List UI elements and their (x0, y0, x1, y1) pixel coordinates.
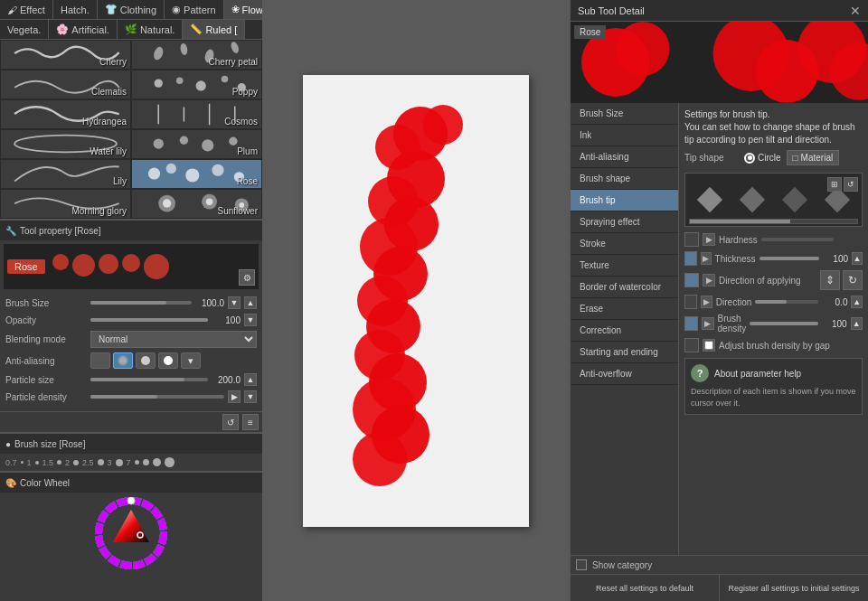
size-dot-8[interactable] (153, 458, 161, 466)
adjust-density-enable[interactable] (684, 338, 699, 352)
tip-material-icon: □ (793, 153, 798, 163)
direction-slider[interactable] (755, 300, 818, 304)
brush-waterlily[interactable]: Water lily (0, 129, 131, 159)
particle-size-step[interactable]: ▲ (244, 373, 257, 386)
particle-density-expand[interactable]: ▶ (228, 390, 241, 403)
tab-artificial[interactable]: 🌸 Artificial. (49, 20, 118, 39)
brush-density-step[interactable]: ▲ (851, 317, 863, 330)
dir-applying-expand[interactable]: ▶ (703, 274, 715, 286)
size-dot-1[interactable] (35, 461, 39, 465)
size-dot-4[interactable] (98, 459, 104, 465)
size-dot-3[interactable] (73, 460, 79, 465)
brush-density-enable[interactable] (684, 316, 698, 331)
nav-brush-shape[interactable]: Brush shape (571, 168, 678, 190)
shape-scrollbar[interactable] (689, 219, 858, 224)
aa-dropdown[interactable]: ▾ (181, 352, 201, 369)
nav-spraying-effect[interactable]: Spraying effect (571, 211, 678, 233)
brush-size-decrement[interactable]: ▼ (228, 296, 241, 309)
visual-icon-2[interactable]: ↺ (844, 177, 858, 192)
tab-clothing[interactable]: 👕 Clothing (98, 0, 165, 19)
brush-size-label: Brush Size (5, 298, 87, 308)
nav-brush-tip[interactable]: Brush tip (571, 190, 678, 211)
settings-reset-btn[interactable]: ↺ (222, 414, 239, 430)
aa-option-none[interactable] (90, 352, 110, 369)
blending-mode-select[interactable]: Normal (90, 331, 257, 348)
dir-applying-enable[interactable] (684, 273, 699, 287)
nav-anti-aliasing[interactable]: Anti-aliasing (571, 146, 678, 168)
nav-texture[interactable]: Texture (571, 255, 678, 277)
size-dot-9[interactable] (165, 457, 175, 467)
brush-plum[interactable]: Plum (131, 129, 262, 159)
tab-natural[interactable]: 🌿 Natural. (118, 20, 184, 39)
tab-hatch[interactable]: Hatch. (53, 0, 98, 19)
direction-btn-arrows[interactable]: ⇕ (820, 270, 840, 290)
tip-circle-option[interactable]: Circle (744, 153, 781, 164)
brush-sunflower[interactable]: Sunflower (131, 189, 262, 219)
aa-option-soft[interactable] (113, 352, 133, 369)
particle-density-step[interactable]: ▼ (244, 390, 257, 403)
brush-size-increment[interactable]: ▲ (244, 296, 257, 309)
nav-starting-ending[interactable]: Starting and ending (571, 342, 678, 363)
nav-anti-overflow[interactable]: Anti-overflow (571, 363, 678, 385)
reset-all-btn[interactable]: Reset all settings to default (571, 575, 720, 601)
nav-brush-size[interactable]: Brush Size (571, 103, 678, 125)
register-all-btn[interactable]: Register all settings to initial setting… (720, 575, 868, 601)
tab-effect[interactable]: 🖌 Effect (0, 0, 53, 19)
tip-material-btn[interactable]: □ Material (787, 150, 840, 165)
particle-size-slider[interactable] (90, 378, 208, 381)
size-dot-5[interactable] (116, 459, 123, 466)
brush-hydrangea[interactable]: Hydrangea (0, 99, 131, 129)
tool-action-btn[interactable]: ⚙ (239, 269, 255, 286)
aa-option-hard[interactable] (158, 352, 178, 369)
brush-lily[interactable]: Lily (0, 159, 131, 189)
thickness-slider[interactable] (760, 257, 819, 260)
canvas[interactable] (303, 75, 529, 527)
brush-density-expand[interactable]: ▶ (702, 317, 713, 330)
sub-tool-close-btn[interactable]: ✕ (850, 4, 861, 18)
settings-menu-btn[interactable]: ≡ (242, 414, 259, 430)
brush-size-slider[interactable] (90, 301, 192, 305)
brush-cosmos[interactable]: Cosmos (131, 99, 262, 129)
color-wheel-svg[interactable] (95, 497, 167, 569)
size-dot-2[interactable] (57, 460, 61, 465)
tab-vegeta[interactable]: Vegeta. (0, 20, 49, 39)
direction-expand[interactable]: ▶ (701, 296, 712, 308)
size-dot-7[interactable] (143, 459, 149, 465)
nav-ink[interactable]: Ink (571, 125, 678, 146)
adjust-density-check-input[interactable] (704, 341, 713, 350)
hardness-slider[interactable] (761, 238, 834, 241)
opacity-slider[interactable] (90, 318, 208, 322)
visual-icon-1[interactable]: ⊞ (827, 177, 842, 192)
brush-rose[interactable]: Rose (131, 159, 262, 189)
tip-circle-radio[interactable] (744, 153, 755, 164)
size-dot-0[interactable] (21, 461, 24, 464)
property-rows: Brush Size 100.0 ▼ ▲ Opacity 100 (0, 293, 262, 411)
thickness-enable[interactable] (684, 251, 697, 266)
direction-enable[interactable] (684, 295, 697, 309)
svg-point-16 (202, 139, 213, 151)
thickness-expand[interactable]: ▶ (701, 252, 712, 265)
direction-btn-rotate[interactable]: ↻ (843, 270, 863, 290)
nav-correction[interactable]: Correction (571, 320, 678, 342)
brush-poppy[interactable]: Poppy (131, 70, 262, 99)
direction-step[interactable]: ▲ (851, 296, 863, 308)
brush-cherry-petal[interactable]: Cherry petal (131, 40, 262, 70)
tab-ruled[interactable]: 📏 Ruled [ (183, 20, 245, 39)
show-category-checkbox[interactable] (576, 559, 587, 570)
brush-morning-glory[interactable]: Morning glory (0, 189, 131, 219)
adjust-density-checkbox[interactable] (703, 339, 715, 352)
nav-erase[interactable]: Erase (571, 298, 678, 320)
size-dot-6[interactable] (135, 460, 139, 465)
brush-clematis[interactable]: Clematis (0, 70, 131, 99)
opacity-step[interactable]: ▼ (244, 314, 257, 326)
aa-option-medium[interactable] (136, 352, 156, 369)
brush-cherry[interactable]: Cherry (0, 40, 131, 70)
tab-pattern[interactable]: ◉ Pattern (165, 0, 223, 19)
nav-stroke[interactable]: Stroke (571, 233, 678, 255)
nav-border-watercolor[interactable]: Border of watercolor (571, 277, 678, 298)
thickness-step[interactable]: ▲ (852, 252, 863, 265)
brush-density-slider[interactable] (750, 322, 817, 325)
hardness-expand[interactable]: ▶ (703, 233, 715, 246)
particle-density-slider[interactable] (90, 395, 224, 399)
hardness-enable[interactable] (684, 232, 699, 247)
